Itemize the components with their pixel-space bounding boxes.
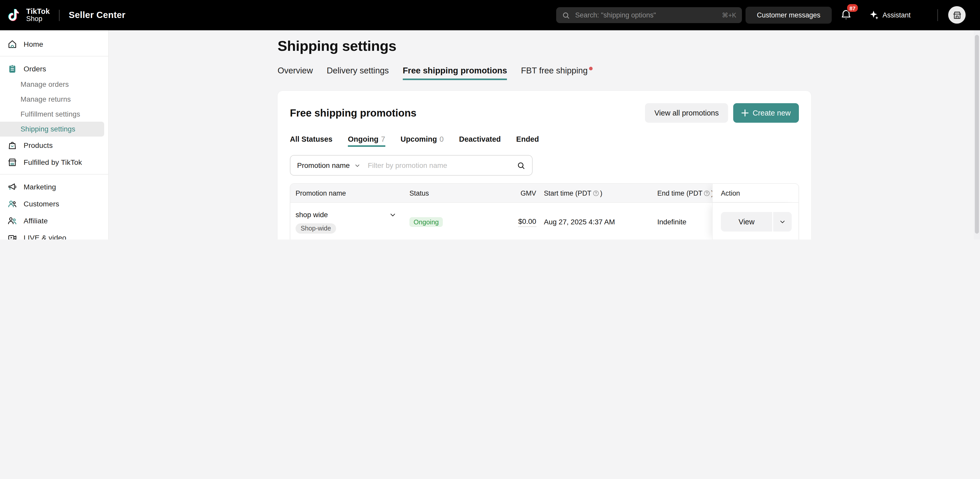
column-header-start-time: Start time (PDT ) <box>536 184 657 202</box>
panel-title: Free shipping promotions <box>290 107 416 119</box>
column-header-promotion-name: Promotion name <box>290 184 405 202</box>
megaphone-icon <box>7 182 18 192</box>
page-tabs: Overview Delivery settings Free shipping… <box>278 66 811 80</box>
topbar-divider <box>59 10 59 21</box>
view-dropdown-button[interactable] <box>773 212 792 232</box>
sidebar-divider <box>0 56 108 56</box>
column-header-gmv: GMV <box>477 184 536 202</box>
table-row: shop wide Shop-wide Ongoing $0.00 Aug 27… <box>290 202 799 240</box>
plus-icon <box>741 109 749 117</box>
search-icon <box>562 11 570 19</box>
status-tab-deactivated[interactable]: Deactivated <box>459 135 501 147</box>
logo-wordmark: TikTok Shop <box>26 8 50 22</box>
chevron-down-icon <box>354 163 360 168</box>
top-bar: TikTok Shop Seller Center ⌘+K Customer m… <box>0 0 980 30</box>
sidebar-item-affiliate[interactable]: Affiliate <box>0 212 108 229</box>
column-header-action: Action <box>712 184 799 202</box>
promotion-tag: Shop-wide <box>296 224 336 234</box>
affiliate-people-icon <box>7 216 18 226</box>
end-time: Indefinite <box>657 203 712 240</box>
tab-overview[interactable]: Overview <box>278 66 313 80</box>
view-button[interactable]: View <box>721 212 772 232</box>
notification-count-badge: 87 <box>846 3 858 12</box>
shopping-bag-icon <box>7 140 18 150</box>
promotion-name: shop wide <box>296 210 328 220</box>
customers-people-icon <box>7 198 18 209</box>
promotions-table: Promotion name Status GMV Start time (PD… <box>290 183 799 240</box>
shop-avatar[interactable] <box>948 6 966 24</box>
start-time: Aug 27, 2025 4:37 AM <box>536 203 657 240</box>
filter-input[interactable] <box>367 161 517 170</box>
sidebar-item-manage-returns[interactable]: Manage returns <box>0 92 104 107</box>
sidebar-item-home[interactable]: Home <box>0 35 108 53</box>
sidebar-item-products[interactable]: Products <box>0 137 108 153</box>
sidebar-nav: Home Orders Manage orders Manage returns… <box>0 30 109 240</box>
storefront-icon <box>952 10 962 20</box>
topbar-divider-2 <box>937 9 938 21</box>
status-badge: Ongoing <box>409 217 443 227</box>
view-all-promotions-button[interactable]: View all promotions <box>645 103 728 123</box>
tab-delivery-settings[interactable]: Delivery settings <box>327 66 389 80</box>
sidebar-item-orders[interactable]: Orders <box>0 60 108 77</box>
gmv-value[interactable]: $0.00 <box>518 217 536 227</box>
search-input[interactable] <box>574 11 718 19</box>
sidebar-item-live-video[interactable]: LIVE & video <box>0 229 108 240</box>
column-header-status: Status <box>405 184 477 202</box>
tab-free-shipping-promotions[interactable]: Free shipping promotions <box>403 66 507 80</box>
tab-fbt-free-shipping[interactable]: FBT free shipping <box>521 66 593 80</box>
sidebar-item-manage-orders[interactable]: Manage orders <box>0 77 104 92</box>
status-tab-upcoming[interactable]: Upcoming0 <box>401 135 444 147</box>
question-mark-icon[interactable] <box>592 190 599 196</box>
promotions-panel: Free shipping promotions View all promot… <box>278 91 811 240</box>
product-name: Seller Center <box>69 10 126 21</box>
page-scrollbar[interactable] <box>974 30 980 240</box>
status-tab-ongoing[interactable]: Ongoing7 <box>348 135 385 147</box>
sidebar-item-customers[interactable]: Customers <box>0 195 108 212</box>
column-header-end-time: End time (PDT ) <box>657 184 712 202</box>
assistant-label: Assistant <box>883 11 911 19</box>
page-title: Shipping settings <box>278 38 811 54</box>
sidebar-divider <box>0 174 108 174</box>
logo-block[interactable]: TikTok Shop Seller Center <box>6 0 126 30</box>
video-camera-icon <box>7 232 18 240</box>
filter-field-select[interactable]: Promotion name <box>297 161 360 169</box>
seller-center-app: TikTok Shop Seller Center ⌘+K Customer m… <box>0 0 980 240</box>
storefront-icon <box>7 157 18 167</box>
status-tab-ended[interactable]: Ended <box>516 135 539 147</box>
status-tab-all[interactable]: All Statuses <box>290 135 332 147</box>
sidebar-item-marketing[interactable]: Marketing <box>0 178 108 195</box>
filter-search-icon[interactable] <box>517 161 525 170</box>
home-icon <box>7 39 18 49</box>
scrollbar-thumb[interactable] <box>975 35 979 233</box>
tiktok-logo-icon <box>6 6 22 24</box>
sidebar-item-shipping-settings[interactable]: Shipping settings <box>0 122 104 137</box>
chevron-down-icon <box>780 219 786 225</box>
create-new-button[interactable]: Create new <box>733 103 799 123</box>
customer-messages-button[interactable]: Customer messages <box>746 7 832 24</box>
new-badge-dot <box>589 67 593 70</box>
main-area: Shipping settings Overview Delivery sett… <box>109 30 980 240</box>
sidebar-item-fulfillment-settings[interactable]: Fulfillment settings <box>0 107 104 122</box>
status-tabs: All Statuses Ongoing7 Upcoming0 Deactiva… <box>290 135 799 147</box>
sparkle-icon <box>868 9 880 21</box>
search-shortcut: ⌘+K <box>722 11 736 19</box>
expand-row-chevron-icon[interactable] <box>390 212 396 218</box>
question-mark-icon[interactable] <box>703 190 710 196</box>
global-search[interactable]: ⌘+K <box>556 7 742 23</box>
assistant-button[interactable]: Assistant <box>868 7 911 24</box>
promotion-filter-bar: Promotion name <box>290 155 533 176</box>
sidebar-item-fulfilled-by-tiktok[interactable]: Fulfilled by TikTok <box>0 153 108 171</box>
orders-icon <box>7 64 18 73</box>
table-header-row: Promotion name Status GMV Start time (PD… <box>290 184 799 202</box>
